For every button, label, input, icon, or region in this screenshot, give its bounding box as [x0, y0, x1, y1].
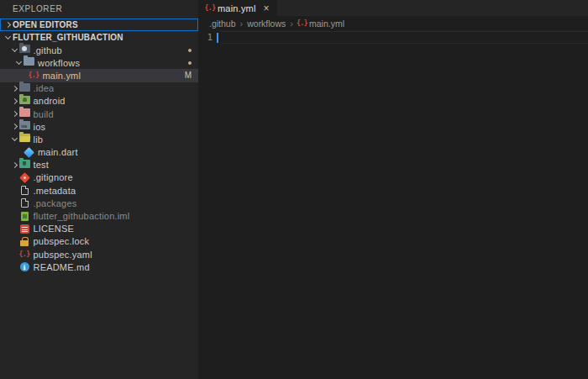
tree-item-.idea[interactable]: .idea	[0, 82, 198, 95]
tree-item-.packages[interactable]: .packages	[0, 197, 198, 209]
git-status-badge	[188, 61, 192, 65]
chevron-icon	[9, 197, 19, 209]
tab-label: main.yml	[218, 3, 256, 13]
git-status-badge	[188, 49, 192, 52]
breadcrumb: .github›workflows›{.}main.yml	[198, 16, 588, 30]
explorer-sidebar: EXPLORER OPEN EDITORS FLUTTER_GITHUBACTI…	[0, 0, 198, 379]
git-status-badge: M	[185, 71, 192, 80]
breadcrumb-item-workflows[interactable]: workflows	[247, 18, 286, 29]
tree-item-LICENSE[interactable]: LICENSE	[0, 223, 198, 235]
folder-build-icon	[19, 108, 30, 120]
chevron-icon	[9, 171, 19, 184]
close-icon[interactable]: ×	[264, 3, 270, 13]
lock-icon	[19, 235, 30, 248]
tree-item-.github[interactable]: .github	[0, 44, 198, 56]
chevron-right-icon[interactable]	[9, 120, 19, 133]
open-editors-label: OPEN EDITORS	[13, 20, 78, 29]
chevron-down-icon[interactable]	[13, 56, 24, 69]
chevron-icon	[9, 248, 19, 261]
line-number: 1	[198, 32, 213, 43]
tree-item-.metadata[interactable]: .metadata	[0, 184, 198, 197]
tab-bar: {.} main.yml ×	[198, 0, 588, 16]
tree-item-main.yml[interactable]: {.} main.yml M	[0, 69, 198, 82]
code-area[interactable]: 1	[198, 30, 588, 379]
info-icon: i	[19, 261, 30, 273]
breadcrumb-item-.github[interactable]: .github	[209, 18, 236, 29]
breadcrumb-separator: ›	[240, 18, 244, 29]
tree-item-flutter_githubaction.iml[interactable]: flutter_githubaction.iml	[0, 209, 198, 222]
chevron-right-icon[interactable]	[9, 95, 19, 108]
text-cursor	[217, 33, 218, 43]
chevron-right-icon[interactable]	[3, 18, 13, 31]
git-icon	[19, 171, 30, 184]
file-tree: .github workflows {.} main.yml M .idea a…	[0, 44, 198, 273]
chevron-right-icon[interactable]	[9, 159, 19, 171]
tree-item-build[interactable]: build	[0, 108, 198, 120]
editor-pane: {.} main.yml × .github›workflows›{.}main…	[198, 0, 588, 379]
chevron-right-icon[interactable]	[9, 82, 19, 95]
tree-item-android[interactable]: android	[0, 95, 198, 108]
current-line-highlight	[221, 31, 588, 44]
chevron-right-icon[interactable]	[9, 108, 19, 120]
yaml-icon: {.}	[29, 69, 39, 82]
project-name-label: FLUTTER_GITHUBACTION	[13, 33, 123, 42]
tree-item-workflows[interactable]: workflows	[0, 56, 198, 69]
license-icon	[19, 223, 30, 235]
file-icon	[19, 197, 30, 209]
folder-android-icon	[19, 95, 30, 108]
folder-test-icon	[19, 159, 30, 171]
project-section-header[interactable]: FLUTTER_GITHUBACTION	[0, 31, 198, 44]
vscode-window: EXPLORER OPEN EDITORS FLUTTER_GITHUBACTI…	[0, 0, 588, 379]
folder-workflows-icon	[24, 56, 34, 69]
chevron-icon	[9, 184, 19, 197]
tree-item-pubspec.lock[interactable]: pubspec.lock	[0, 235, 198, 248]
breadcrumb-item-main.yml[interactable]: main.yml	[309, 18, 344, 29]
tree-item-.gitignore[interactable]: .gitignore	[0, 171, 198, 184]
breadcrumb-separator: ›	[290, 18, 293, 29]
yaml-icon: {.}	[19, 248, 30, 261]
chevron-icon	[13, 146, 24, 159]
chevron-icon	[18, 69, 29, 82]
chevron-icon	[9, 261, 19, 273]
folder-idea-icon	[19, 82, 30, 95]
chevron-down-icon[interactable]	[9, 133, 19, 145]
chevron-down-icon[interactable]	[3, 31, 13, 44]
dart-icon	[24, 146, 34, 159]
tree-item-lib[interactable]: lib	[0, 133, 198, 145]
code-line-1[interactable]: 1	[198, 31, 588, 44]
iml-icon	[19, 210, 30, 223]
tree-item-ios[interactable]: ios ios	[0, 120, 198, 133]
chevron-down-icon[interactable]	[9, 44, 19, 56]
chevron-icon	[9, 210, 19, 223]
tree-item-main.dart[interactable]: main.dart	[0, 146, 198, 159]
folder-github-icon	[19, 44, 30, 56]
file-icon	[19, 184, 30, 197]
explorer-pane-title: EXPLORER	[0, 0, 198, 18]
chevron-icon	[9, 235, 19, 248]
tree-item-test[interactable]: test	[0, 159, 198, 171]
yaml-icon: {.}	[297, 17, 307, 29]
tree-item-pubspec.yaml[interactable]: {.} pubspec.yaml	[0, 248, 198, 261]
tree-item-README.md[interactable]: i README.md	[0, 261, 198, 273]
folder-lib-icon	[19, 133, 30, 145]
tab-main-yml[interactable]: {.} main.yml ×	[198, 0, 277, 16]
folder-ios-icon: ios	[19, 120, 30, 133]
yaml-icon: {.}	[205, 2, 215, 14]
chevron-icon	[9, 223, 19, 235]
open-editors-section-header[interactable]: OPEN EDITORS	[0, 18, 198, 31]
